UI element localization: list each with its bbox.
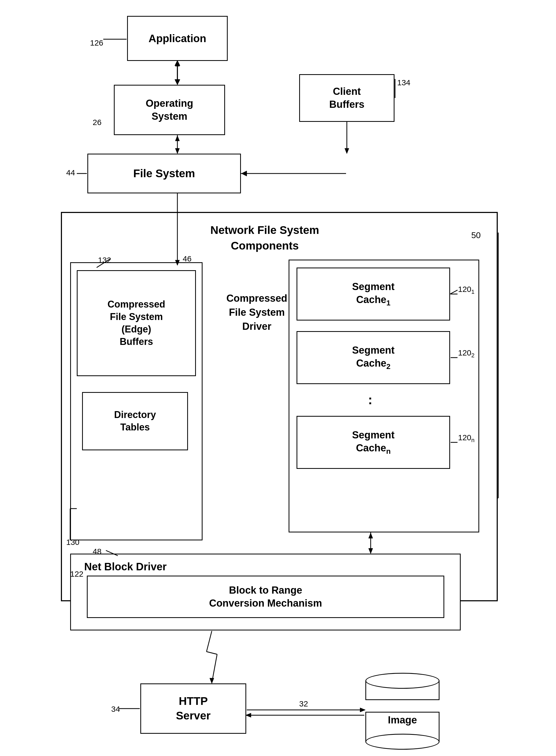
image-label: Image: [366, 715, 440, 726]
svg-line-21: [207, 652, 217, 654]
svg-line-22: [212, 654, 217, 683]
svg-marker-7: [175, 79, 179, 85]
ref-120-2: 1202: [458, 348, 475, 359]
svg-marker-25: [360, 708, 366, 712]
file-system-box: File System: [88, 154, 241, 193]
ref-120-1: 1201: [458, 285, 475, 295]
application-label: Application: [148, 32, 206, 45]
svg-marker-9: [175, 149, 179, 154]
directory-tables-box: DirectoryTables: [82, 392, 188, 450]
ref-130: 130: [66, 538, 79, 547]
cfs-driver-text: CompressedFile SystemDriver: [227, 293, 287, 332]
svg-marker-6: [175, 61, 179, 66]
dots: :: [368, 392, 373, 407]
http-server-label: HTTPServer: [176, 694, 211, 723]
ref-46: 46: [183, 254, 192, 263]
nfs-label-text: Network File SystemComponents: [210, 224, 319, 252]
segment-cache1-box: SegmentCache1: [297, 267, 450, 321]
operating-system-label: OperatingSystem: [146, 97, 193, 123]
net-block-driver-box: Net Block Driver Block to RangeConversio…: [70, 554, 461, 630]
ref-44: 44: [66, 168, 75, 177]
ref-134: 134: [397, 78, 410, 87]
svg-marker-10: [175, 136, 179, 141]
segment-cache1-label: SegmentCache1: [352, 280, 394, 308]
segment-cachen-box: SegmentCachen: [297, 416, 450, 469]
block-range-label: Block to RangeConversion Mechanism: [209, 584, 322, 610]
ref-120-n: 120n: [458, 433, 475, 444]
segment-cachen-label: SegmentCachen: [352, 429, 394, 456]
ref-26: 26: [93, 118, 101, 127]
cfs-edge-label: CompressedFile System(Edge)Buffers: [107, 298, 165, 348]
segment-cache2-box: SegmentCache2: [297, 331, 450, 384]
client-buffers-box: ClientBuffers: [299, 74, 394, 122]
svg-marker-4: [175, 60, 180, 66]
svg-marker-23: [210, 678, 214, 683]
application-box: Application: [127, 16, 228, 61]
ref-34: 34: [111, 704, 120, 714]
http-server-box: HTTPServer: [140, 683, 246, 734]
net-block-driver-label: Net Block Driver: [84, 560, 167, 573]
ref-126: 126: [90, 38, 103, 47]
ref-32: 32: [299, 699, 308, 708]
svg-marker-14: [241, 171, 247, 176]
ref-50: 50: [471, 230, 481, 240]
file-system-label: File System: [133, 166, 195, 181]
operating-system-box: OperatingSystem: [114, 85, 225, 135]
block-range-box: Block to RangeConversion Mechanism: [87, 576, 444, 618]
svg-line-20: [207, 631, 212, 652]
ref-122: 122: [70, 569, 83, 579]
svg-marker-12: [345, 149, 349, 154]
nfs-label: Network File SystemComponents: [199, 223, 331, 254]
ref-132: 132: [98, 256, 111, 265]
cfs-edge-box: CompressedFile System(Edge)Buffers: [77, 270, 196, 376]
ref-48: 48: [93, 547, 101, 556]
segment-cache2-label: SegmentCache2: [352, 344, 394, 371]
svg-marker-27: [246, 713, 251, 717]
image-cylinder: Image: [366, 673, 440, 750]
directory-tables-label: DirectoryTables: [114, 409, 156, 434]
diagram: Application 126 OperatingSystem 26 Clien…: [0, 0, 556, 756]
svg-marker-1: [175, 79, 180, 85]
client-buffers-label: ClientBuffers: [329, 85, 364, 111]
